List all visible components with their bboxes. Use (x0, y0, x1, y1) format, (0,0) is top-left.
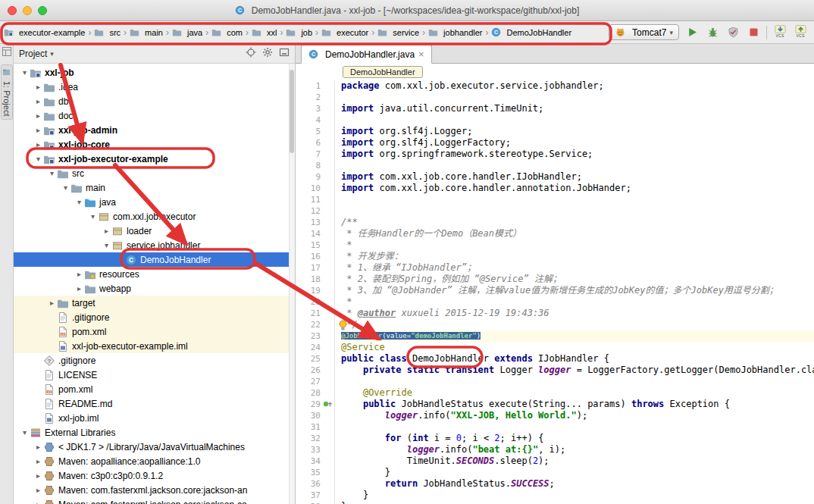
gutter-line-7[interactable]: 7 (296, 149, 334, 160)
code-line-28[interactable]: @Override (341, 387, 814, 399)
breadcrumb-item-com[interactable]: com (211, 27, 243, 38)
breadcrumb-item-main[interactable]: main (129, 27, 164, 38)
code-line-3[interactable]: import java.util.concurrent.TimeUnit; (341, 103, 814, 114)
tree-item-xxl-job-core[interactable]: xxl-job-core (14, 137, 295, 152)
scrollbar-thumb[interactable] (290, 70, 294, 153)
code-line-37[interactable]: } (341, 490, 814, 501)
code-line-20[interactable]: * (341, 296, 814, 308)
tree-item-java[interactable]: java (14, 195, 295, 209)
breadcrumb-item-java[interactable]: java (171, 27, 203, 38)
code-line-12[interactable] (341, 205, 814, 217)
code-line-5[interactable]: import org.slf4j.Logger; (341, 126, 814, 137)
gutter-line-38[interactable]: 38 (296, 501, 334, 504)
tree-closed-arrow-icon[interactable] (74, 267, 84, 281)
tree-item-.gitignore[interactable]: ?.gitignore (14, 353, 295, 368)
code-line-33[interactable]: logger.info("beat at:{}", i); (341, 444, 814, 455)
tree-item-xxl-job-executor-example[interactable]: xxl-job-executor-example (14, 152, 295, 166)
tree-closed-arrow-icon[interactable] (33, 94, 43, 108)
breadcrumb-item-executor-example[interactable]: executor-example (3, 27, 86, 38)
tree-item-target[interactable]: target (14, 296, 295, 310)
code-line-38[interactable]: } (341, 501, 814, 504)
hide-panel-icon[interactable] (279, 47, 290, 60)
gutter-line-20[interactable]: 20 (296, 296, 334, 308)
code-line-16[interactable]: * 开发步骤： (341, 251, 814, 262)
gutter-line-30[interactable]: 30 (296, 410, 334, 421)
code-line-26[interactable]: private static transient Logger logger =… (341, 365, 814, 376)
code-line-9[interactable]: import com.xxl.job.core.handler.IJobHand… (341, 171, 814, 183)
tree-closed-arrow-icon[interactable] (74, 281, 84, 296)
gutter-line-1[interactable]: 1 (296, 80, 334, 92)
gutter-line-37[interactable]: 37 (296, 490, 334, 501)
run-configuration-selector[interactable]: Tomcat7 ▾ (609, 24, 679, 40)
gutter-line-19[interactable]: 19 (296, 285, 334, 296)
run-button[interactable] (684, 25, 700, 40)
gutter-line-28[interactable]: 28 (296, 387, 334, 399)
gutter-line-3[interactable]: 3 (296, 103, 334, 114)
code-line-13[interactable]: /** (341, 217, 814, 228)
class-name-chip[interactable]: DemoJobHandler (343, 66, 423, 78)
code-line-24[interactable]: @Service (341, 342, 814, 353)
tree-item-xxl-job-executor-example.iml[interactable]: xxl-job-executor-example.iml (14, 339, 295, 353)
gutter-line-18[interactable]: 18 (296, 274, 334, 285)
code-line-35[interactable]: } (341, 467, 814, 478)
gutter-line-15[interactable]: 15 (296, 239, 334, 251)
tree-closed-arrow-icon[interactable] (33, 483, 43, 497)
tree-closed-arrow-icon[interactable] (33, 108, 43, 123)
tree-item-demojobhandler[interactable]: CDemoJobHandler (14, 252, 295, 267)
gutter-line-35[interactable]: 35 (296, 467, 334, 478)
code-line-34[interactable]: TimeUnit.SECONDS.sleep(2); (341, 455, 814, 467)
code-area[interactable]: 1234567891011121314151617181920212223242… (296, 80, 814, 504)
tool-window-tab-project[interactable]: 1: Project (1, 64, 13, 120)
gutter-line-14[interactable]: 14 (296, 228, 334, 239)
tree-item-.idea[interactable]: .idea (14, 80, 295, 94)
gutter-line-36[interactable]: 36 (296, 478, 334, 490)
code-line-14[interactable]: * 任务Handler的一个Demo（Bean模式） (341, 228, 814, 239)
editor-tab-demojobhandler[interactable]: C DemoJobHandler.java × (301, 45, 432, 64)
tree-item-readme.md[interactable]: README.md (14, 396, 295, 411)
code-line-2[interactable] (341, 92, 814, 103)
gutter-line-12[interactable]: 12 (296, 205, 334, 217)
code-line-21[interactable]: * @author xuxueli 2015-12-19 19:43:36 (341, 308, 814, 319)
tree-closed-arrow-icon[interactable] (33, 468, 43, 483)
tree-item-maven-c3p0-c3p0-0.9.1.2[interactable]: Maven: c3p0:c3p0:0.9.1.2 (14, 468, 295, 483)
code-line-18[interactable]: * 2、装配到Spring，例如加 “@Service” 注解； (341, 274, 814, 285)
gutter-line-32[interactable]: 32 (296, 433, 334, 444)
code-line-27[interactable] (341, 376, 814, 387)
zoom-window-button[interactable] (38, 6, 47, 15)
locate-file-icon[interactable] (246, 47, 256, 60)
tree-item-maven-com.fasterxml.jackson.core-jackson-co[interactable]: Maven: com.fasterxml.jackson.core:jackso… (14, 497, 295, 504)
project-tree-scrollbar[interactable] (289, 64, 295, 504)
tree-open-arrow-icon[interactable] (102, 238, 111, 252)
gutter-line-23[interactable]: 23 (296, 330, 334, 342)
tree-item-loader[interactable]: loader (14, 224, 295, 238)
tree-closed-arrow-icon[interactable] (33, 80, 43, 94)
tree-item-xxl-job.iml[interactable]: xxl-job.iml (14, 411, 295, 425)
gear-icon[interactable] (262, 47, 273, 60)
coverage-button[interactable] (725, 25, 740, 40)
breadcrumb-item-job[interactable]: job (285, 27, 313, 38)
tree-open-arrow-icon[interactable] (33, 152, 43, 166)
code-line-6[interactable]: import org.slf4j.LoggerFactory; (341, 137, 814, 149)
gutter-line-24[interactable]: 24 (296, 342, 334, 353)
code-line-25[interactable]: public class DemoJobHandler extends IJob… (341, 353, 814, 365)
tree-item-external-libraries[interactable]: External Libraries (14, 425, 295, 440)
tree-closed-arrow-icon[interactable] (33, 123, 43, 137)
tree-closed-arrow-icon[interactable] (33, 454, 43, 468)
gutter-line-21[interactable]: 21 (296, 308, 334, 319)
code-line-10[interactable]: import com.xxl.job.core.handler.annotati… (341, 183, 814, 194)
tree-item--jdk1.7-library-java-javavirtualmachines[interactable]: < JDK1.7 > /Library/Java/JavaVirtualMach… (14, 440, 295, 454)
tree-item-resources[interactable]: resources (14, 267, 295, 281)
tree-item-com.xxl.job.executor[interactable]: com.xxl.job.executor (14, 209, 295, 224)
gutter-line-17[interactable]: 17 (296, 262, 334, 274)
tree-closed-arrow-icon[interactable] (47, 296, 57, 310)
code-line-23[interactable]: @JobHander(value="demoJobHandler") (341, 330, 814, 342)
tree-open-arrow-icon[interactable] (88, 209, 98, 224)
tree-item-xxl-job[interactable]: xxl-job (14, 65, 295, 80)
tree-item-maven-aopalliance-aopalliance-1.0[interactable]: Maven: aopalliance:aopalliance:1.0 (14, 454, 295, 468)
tree-item-service.jobhandler[interactable]: service.jobhandler (14, 238, 295, 252)
tree-item-.gitignore[interactable]: .gitignore (14, 310, 295, 324)
gutter-line-6[interactable]: 6 (296, 137, 334, 149)
breadcrumb-item-demojobhandler[interactable]: CDemoJobHandler (490, 27, 572, 38)
code-line-7[interactable]: import org.springframework.stereotype.Se… (341, 149, 814, 160)
tree-item-webapp[interactable]: webapp (14, 281, 295, 296)
